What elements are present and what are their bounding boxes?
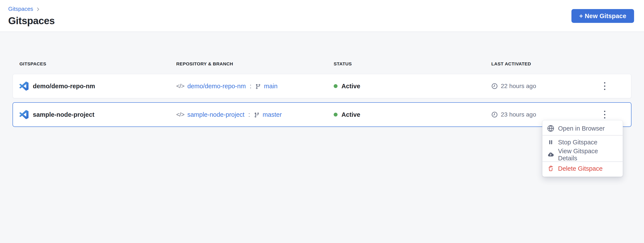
menu-item-stop-gitspace[interactable]: Stop Gitspace: [542, 136, 622, 149]
cloud-details-icon: [547, 152, 554, 158]
status-cell: Active: [334, 111, 491, 118]
repo-link[interactable]: sample-node-project: [187, 111, 244, 118]
menu-item-label: View Gitspace Details: [558, 148, 618, 162]
row-actions-kebab-icon[interactable]: [600, 79, 609, 93]
branch-link[interactable]: master: [262, 111, 282, 118]
column-header-repo-branch: REPOSITORY & BRANCH: [176, 61, 334, 66]
globe-icon: [547, 125, 554, 132]
status-cell: Active: [334, 83, 491, 90]
column-header-status: STATUS: [334, 61, 491, 66]
row-actions-menu: Open in Browser Stop Gitspace View Gitsp…: [542, 120, 623, 177]
breadcrumb: Gitspaces: [8, 5, 634, 12]
status-dot: [334, 84, 338, 88]
gitspace-name: sample-node-project: [33, 111, 94, 118]
status-dot: [334, 113, 338, 117]
new-gitspace-button[interactable]: + New Gitspace: [572, 9, 634, 23]
code-icon: </>: [176, 83, 184, 90]
branch-link[interactable]: main: [264, 83, 278, 90]
status-label: Active: [342, 111, 360, 118]
chevron-right-icon: [36, 7, 40, 12]
repo-branch-separator: :: [248, 111, 250, 118]
pause-icon: [547, 139, 554, 145]
last-activated-text: 22 hours ago: [501, 83, 536, 90]
repo-branch-cell: </> demo/demo-repo-nm : main: [176, 83, 334, 90]
menu-item-open-in-browser[interactable]: Open in Browser: [542, 122, 622, 135]
menu-item-label: Delete Gitspace: [558, 165, 602, 172]
menu-item-label: Open in Browser: [558, 125, 605, 132]
menu-item-view-gitspace-details[interactable]: View Gitspace Details: [542, 149, 622, 161]
git-branch-icon: [254, 112, 260, 118]
vscode-icon: [20, 82, 28, 91]
menu-item-label: Stop Gitspace: [558, 139, 597, 146]
vscode-icon: [20, 110, 28, 119]
topbar: Gitspaces Gitspaces + New Gitspace: [0, 0, 644, 32]
status-label: Active: [342, 83, 360, 90]
table-header: GITSPACES REPOSITORY & BRANCH STATUS LAS…: [12, 59, 632, 69]
breadcrumb-link-gitspaces[interactable]: Gitspaces: [8, 5, 33, 12]
git-branch-icon: [255, 84, 261, 89]
table-row[interactable]: demo/demo-repo-nm </> demo/demo-repo-nm …: [12, 74, 632, 98]
column-header-last-activated: LAST ACTIVATED: [491, 61, 600, 66]
repo-branch-cell: </> sample-node-project : master: [176, 111, 334, 118]
last-activated-cell: 23 hours ago: [491, 111, 600, 118]
trash-icon: [547, 166, 554, 172]
repo-branch-separator: :: [250, 83, 252, 90]
code-icon: </>: [176, 111, 184, 118]
repo-link[interactable]: demo/demo-repo-nm: [187, 83, 246, 90]
gitspaces-table: demo/demo-repo-nm </> demo/demo-repo-nm …: [12, 74, 632, 127]
page-title: Gitspaces: [8, 15, 634, 26]
gitspace-name: demo/demo-repo-nm: [33, 83, 95, 90]
gitspace-name-cell: demo/demo-repo-nm: [20, 82, 176, 91]
gitspace-name-cell: sample-node-project: [20, 110, 176, 119]
menu-divider: [542, 135, 622, 136]
last-activated-cell: 22 hours ago: [491, 83, 600, 90]
menu-item-delete-gitspace[interactable]: Delete Gitspace: [542, 162, 622, 175]
column-header-gitspaces: GITSPACES: [20, 61, 176, 66]
clock-icon: [491, 111, 498, 118]
table-row[interactable]: sample-node-project </> sample-node-proj…: [12, 102, 632, 127]
clock-icon: [491, 83, 498, 89]
row-actions-kebab-icon[interactable]: [600, 108, 609, 122]
last-activated-text: 23 hours ago: [501, 111, 536, 118]
